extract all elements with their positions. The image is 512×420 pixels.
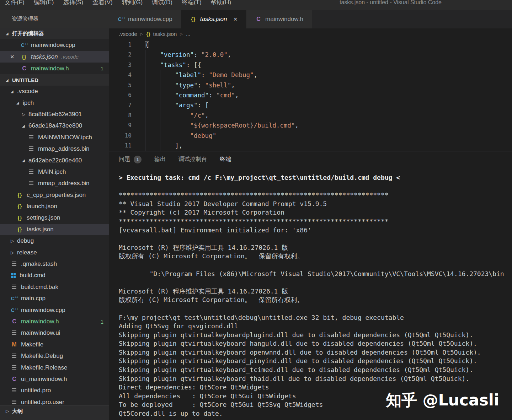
terminal-output[interactable]: > Executing task: cmd /c F:\my_project\q…	[109, 167, 512, 420]
tree-item[interactable]: Makefile.Debug	[0, 350, 109, 362]
panel-tab[interactable]: 问题1	[119, 151, 142, 167]
tree-item-label: a642abe22c06e460	[28, 157, 82, 164]
c-header-icon: C	[11, 318, 18, 325]
open-editors-label: 打开的编辑器	[12, 30, 44, 37]
file-icon	[12, 400, 16, 405]
window-title: tasks.json - untitled - Visual Studio Co…	[340, 0, 442, 7]
panel-tab-label: 输出	[154, 156, 166, 163]
tree-item-label: debug	[17, 237, 34, 244]
tree-item[interactable]: MMakefile	[0, 339, 109, 350]
open-editor-item[interactable]: Cmainwindow.h1	[0, 63, 109, 74]
tree-item[interactable]: Cui_mainwindow.h	[0, 373, 109, 385]
tree-item[interactable]: mmap_address.bin	[0, 178, 109, 189]
menu-item[interactable]: 调试(D)	[147, 0, 177, 7]
code-text: "${workspaceRoot}/build.cmd",	[145, 120, 299, 130]
breadcrumb-item[interactable]: .vscode	[119, 31, 137, 37]
section-header-maven[interactable]: ▷MAVEN 项目	[0, 417, 109, 420]
open-editor-label: tasks.json	[31, 53, 58, 60]
tree-item[interactable]: C++mainwindow.cpp	[0, 304, 109, 316]
menu-item[interactable]: 帮助(H)	[206, 0, 236, 7]
tree-item[interactable]: Makefile.Release	[0, 362, 109, 373]
tree-item-label: ui_mainwindow.h	[21, 376, 67, 383]
workbench: 资源管理器 ◢ 打开的编辑器 C++mainwindow.cpp✕{}tasks…	[0, 10, 512, 420]
project-section-header[interactable]: ◢ UNTITLED	[0, 74, 109, 86]
vscode-window: 文件(F)编辑(E)选择(S)查看(V)转到(G)调试(D)终端(T)帮助(H)…	[0, 0, 512, 420]
code-token: ,	[254, 71, 258, 79]
tree-item[interactable]: {}c_cpp_properties.json	[0, 189, 109, 201]
json-icon: {}	[16, 215, 23, 221]
tree-item[interactable]: mmap_address.bin	[0, 143, 109, 155]
code-token: :	[198, 82, 205, 89]
code-token: ,	[235, 92, 239, 99]
c-header-icon: C	[255, 16, 262, 22]
panel-badge: 1	[134, 156, 142, 163]
close-icon[interactable]: ✕	[10, 54, 15, 60]
breadcrumb[interactable]: .vscode▷{}tasks.json▷...	[109, 28, 512, 39]
menu-item[interactable]: 编辑(E)	[29, 0, 59, 7]
cpp-icon: C++	[118, 16, 125, 22]
tree-item[interactable]: Cmainwindow.h1	[0, 316, 109, 327]
editor-tab[interactable]: {}tasks.json✕	[181, 10, 246, 28]
code-token: ,	[231, 82, 235, 89]
terminal-line: ****************************************…	[119, 191, 512, 200]
breadcrumb-item[interactable]: {}tasks.json	[146, 31, 177, 37]
tree-item-label: ipch	[23, 99, 34, 107]
code-line: 7 "args": [	[109, 100, 512, 110]
tree-item[interactable]: MAINWINDOW.ipch	[0, 132, 109, 143]
close-icon[interactable]: ✕	[233, 16, 238, 22]
cpp-icon: C++	[21, 42, 28, 48]
menu-item[interactable]: 选择(S)	[58, 0, 88, 7]
tree-item[interactable]: C++main.cpp	[0, 293, 109, 304]
code-line: 9 "${workspaceRoot}/build.cmd",	[109, 120, 512, 130]
tree-item[interactable]: ▷8ca8b85eb62e3901	[0, 109, 109, 120]
tree-item[interactable]: {}launch.json	[0, 201, 109, 212]
tree-item-label: mainwindow.h	[21, 318, 59, 325]
section-header-outline[interactable]: ▷大纲	[0, 405, 109, 417]
terminal-line: 版权所有 (C) Microsoft Corporation。 保留所有权利。	[119, 296, 512, 305]
json-icon: {}	[16, 204, 23, 209]
cpp-plus: ++	[122, 16, 125, 20]
chevron-collapsed-icon: ▷	[6, 409, 12, 414]
json-icon: {}	[21, 54, 28, 60]
tree-item[interactable]: build.cmd.bak	[0, 281, 109, 293]
code-token: "tasks"	[160, 61, 186, 69]
line-number: 9	[109, 120, 132, 130]
terminal-line: ****************************************…	[119, 217, 512, 226]
tree-item[interactable]: ▷debug	[0, 235, 109, 247]
menu-item[interactable]: 查看(V)	[88, 0, 117, 7]
tree-item[interactable]: mainwindow.ui	[0, 327, 109, 339]
editor-tab[interactable]: Cmainwindow.h	[246, 10, 312, 28]
tree-item[interactable]: ◢a642abe22c06e460	[0, 155, 109, 166]
tree-item[interactable]: ◢ipch	[0, 97, 109, 108]
cpp-icon: C++	[11, 296, 18, 301]
tree-item[interactable]: ▷release	[0, 247, 109, 258]
breadcrumb-item[interactable]: ...	[186, 31, 191, 37]
tree-item[interactable]: build.cmd	[0, 270, 109, 281]
editor-tab[interactable]: C++mainwindow.cpp	[109, 10, 181, 28]
tree-item[interactable]: {}tasks.json	[0, 224, 109, 235]
tree-item[interactable]: ◢.vscode	[0, 86, 109, 97]
tree-item[interactable]: ◢66ade18a473ee800	[0, 120, 109, 131]
code-token: "version"	[160, 51, 194, 58]
terminal-line: 版权所有 (C) Microsoft Corporation。 保留所有权利。	[119, 252, 512, 261]
panel-tab[interactable]: 输出	[154, 151, 166, 167]
menu-item[interactable]: 文件(F)	[0, 0, 29, 7]
terminal-line: Skipping plugin qtvirtualkeyboard_thaid.…	[119, 375, 512, 383]
tab-label: tasks.json	[200, 16, 227, 23]
line-number: 1	[109, 40, 132, 50]
tree-item[interactable]: untitled.pro	[0, 385, 109, 396]
open-editor-item[interactable]: C++mainwindow.cpp	[0, 39, 109, 51]
code-line: 5 "type": "shell",	[109, 80, 512, 90]
open-editors-header[interactable]: ◢ 打开的编辑器	[0, 28, 109, 39]
tree-item[interactable]: MAIN.ipch	[0, 166, 109, 178]
menu-item[interactable]: 转到(G)	[117, 0, 148, 7]
panel-tab[interactable]: 调试控制台	[178, 151, 207, 167]
menu-item[interactable]: 终端(T)	[177, 0, 206, 7]
tree-item[interactable]: {}settings.json	[0, 212, 109, 224]
code-editor[interactable]: 1{2 "version": "2.0.0",3 "tasks": [{4 "l…	[109, 39, 512, 151]
panel-tab[interactable]: 终端	[220, 151, 231, 167]
chevron-collapsed-icon: ▷	[22, 112, 28, 117]
open-editor-item[interactable]: ✕{}tasks.json.vscode	[0, 51, 109, 63]
terminal-line: F:\my_project\qt_test\untitled\debug\unt…	[119, 313, 512, 322]
tree-item[interactable]: .qmake.stash	[0, 258, 109, 270]
